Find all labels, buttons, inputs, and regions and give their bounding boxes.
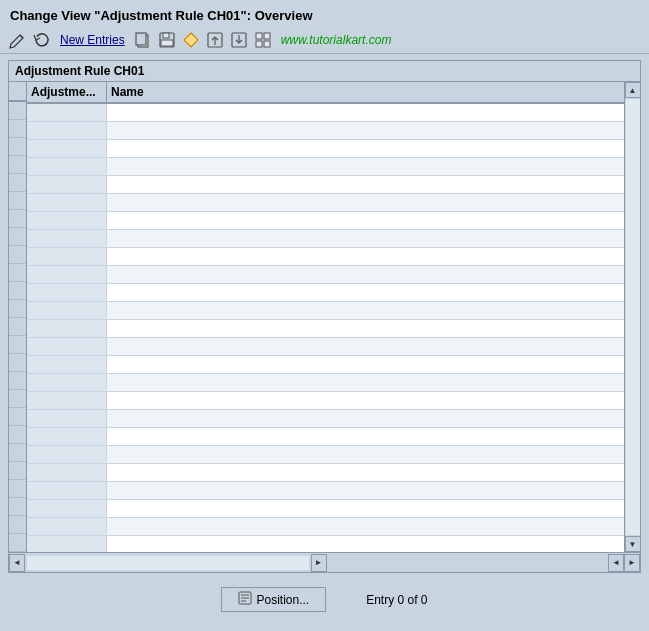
cell-name [107, 464, 624, 481]
cell-name [107, 158, 624, 175]
cell-adjustme [27, 482, 107, 499]
cell-name [107, 176, 624, 193]
row-number-cell [9, 246, 26, 264]
cell-adjustme [27, 374, 107, 391]
table-row [27, 320, 624, 338]
table-body [27, 104, 624, 552]
import-icon[interactable] [229, 30, 249, 50]
table-row [27, 212, 624, 230]
entry-info: Entry 0 of 0 [366, 593, 427, 607]
scroll-far-right-button[interactable]: ► [624, 554, 640, 572]
cell-name [107, 230, 624, 247]
cell-name [107, 374, 624, 391]
cell-adjustme [27, 536, 107, 552]
diamond-icon[interactable] [181, 30, 201, 50]
row-number-cell [9, 300, 26, 318]
cell-name [107, 302, 624, 319]
cell-adjustme [27, 176, 107, 193]
table-row [27, 248, 624, 266]
cell-adjustme [27, 104, 107, 121]
cell-adjustme [27, 338, 107, 355]
cell-adjustme [27, 266, 107, 283]
table-row [27, 392, 624, 410]
cell-name [107, 284, 624, 301]
row-number-cell [9, 390, 26, 408]
cell-adjustme [27, 446, 107, 463]
row-number-cell [9, 462, 26, 480]
svg-rect-11 [264, 33, 270, 39]
grid-icon[interactable] [253, 30, 273, 50]
cell-adjustme [27, 464, 107, 481]
pencil-icon[interactable] [8, 30, 28, 50]
cell-name [107, 356, 624, 373]
scroll-right-button[interactable]: ► [311, 554, 327, 572]
svg-rect-12 [256, 41, 262, 47]
cell-adjustme [27, 140, 107, 157]
scroll-up-button[interactable]: ▲ [625, 82, 641, 98]
cell-adjustme [27, 320, 107, 337]
table-row [27, 536, 624, 552]
cell-name [107, 500, 624, 517]
table-row [27, 356, 624, 374]
cell-name [107, 212, 624, 229]
table-row [27, 482, 624, 500]
cell-name [107, 320, 624, 337]
cell-adjustme [27, 500, 107, 517]
table-row [27, 176, 624, 194]
cell-name [107, 392, 624, 409]
cell-adjustme [27, 194, 107, 211]
row-number-cell [9, 264, 26, 282]
save-icon[interactable] [157, 30, 177, 50]
cell-name [107, 140, 624, 157]
table-row [27, 158, 624, 176]
section-header: Adjustment Rule CH01 [9, 61, 640, 82]
cell-adjustme [27, 302, 107, 319]
new-entries-button[interactable]: New Entries [56, 32, 129, 48]
page-title: Change View "Adjustment Rule CH01": Over… [0, 0, 649, 27]
cell-name [107, 410, 624, 427]
table-area: Adjustme... Name [27, 82, 624, 552]
cell-adjustme [27, 230, 107, 247]
scroll-track-h [27, 556, 309, 570]
row-number-cell [9, 498, 26, 516]
row-number-cell [9, 516, 26, 534]
svg-rect-10 [256, 33, 262, 39]
row-number-cell [9, 408, 26, 426]
scroll-far-left-button[interactable]: ◄ [608, 554, 624, 572]
position-button[interactable]: Position... [221, 587, 326, 612]
toolbar: New Entries [0, 27, 649, 54]
vertical-scrollbar[interactable]: ▲ ▼ [624, 82, 640, 552]
table-row [27, 518, 624, 536]
table-row [27, 266, 624, 284]
svg-rect-1 [136, 33, 146, 45]
row-number-cell [9, 282, 26, 300]
table-row [27, 230, 624, 248]
cell-name [107, 194, 624, 211]
row-number-cell [9, 354, 26, 372]
col-name-header: Name [107, 82, 624, 102]
table-row [27, 410, 624, 428]
position-icon [238, 591, 252, 608]
svg-rect-3 [163, 33, 169, 38]
refresh-icon[interactable] [32, 30, 52, 50]
cell-adjustme [27, 122, 107, 139]
cell-name [107, 122, 624, 139]
row-number-cell [9, 534, 26, 552]
cell-name [107, 518, 624, 535]
table-row [27, 122, 624, 140]
scroll-down-button[interactable]: ▼ [625, 536, 641, 552]
row-number-cell [9, 480, 26, 498]
copy-icon[interactable] [133, 30, 153, 50]
scroll-left-button[interactable]: ◄ [9, 554, 25, 572]
row-number-cell [9, 228, 26, 246]
horizontal-scroll-area: ◄ ► ◄ ► [9, 552, 640, 572]
table-row [27, 104, 624, 122]
table-row [27, 140, 624, 158]
table-row [27, 194, 624, 212]
row-number-cell [9, 336, 26, 354]
table-row [27, 500, 624, 518]
table-row [27, 284, 624, 302]
export-icon[interactable] [205, 30, 225, 50]
row-number-cell [9, 102, 26, 120]
cell-adjustme [27, 410, 107, 427]
